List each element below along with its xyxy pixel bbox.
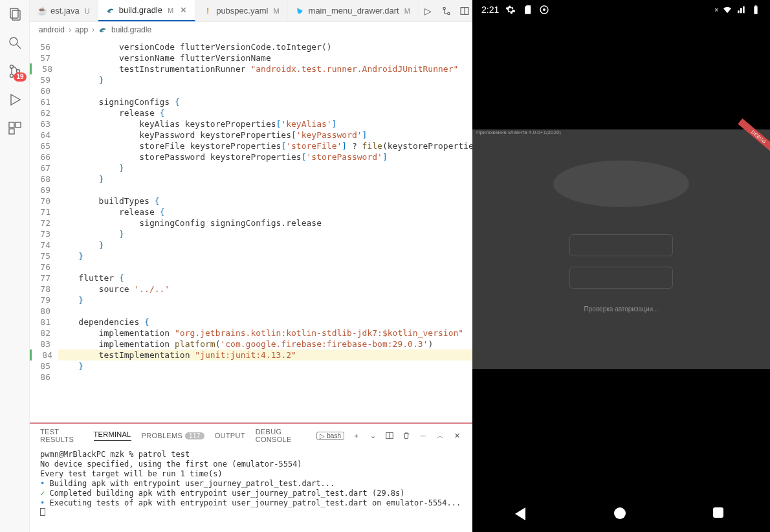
skeleton-input: [569, 267, 673, 289]
svg-rect-0: [10, 8, 18, 18]
svg-rect-10: [9, 129, 14, 134]
nav-back-button[interactable]: [515, 507, 529, 522]
svg-point-4: [10, 65, 13, 69]
tab-status: M: [273, 7, 279, 15]
tab-build-gradle[interactable]: build.gradleM✕: [98, 0, 195, 21]
sd-card-icon: [522, 5, 533, 15]
svg-rect-19: [754, 6, 757, 14]
line-gutter: 5657585960616263646566676869707172737475…: [30, 38, 58, 422]
nav-recent-button[interactable]: [713, 507, 727, 522]
svg-marker-7: [11, 94, 20, 105]
wifi-off-indicator: ×: [714, 6, 718, 14]
signal-icon: [736, 5, 747, 15]
tab-bar: ☕est.javaUbuild.gradleM✕!pubspec.yamlMma…: [30, 0, 472, 22]
java-icon: ☕: [38, 6, 47, 16]
wifi-icon: [722, 5, 732, 15]
emulator-app-title: Приложение клиента 4.0.0+1(2020): [476, 129, 561, 135]
tab-status: M: [404, 7, 410, 15]
compare-changes-icon[interactable]: [441, 5, 452, 17]
emulator-status-bar: 2:21 ×: [472, 0, 770, 19]
bottom-panel: TEST RESULTS TERMINAL PROBLEMS117 OUTPUT…: [30, 422, 472, 532]
tab-main_menu_drawer-dart[interactable]: main_menu_drawer.dartM: [288, 0, 419, 21]
scm-badge: 19: [14, 72, 26, 82]
close-icon[interactable]: ✕: [180, 5, 187, 15]
skeleton-input: [569, 234, 673, 256]
tab-status: M: [168, 6, 173, 14]
tab-problems[interactable]: PROBLEMS117: [142, 432, 204, 439]
close-panel-icon[interactable]: ✕: [452, 430, 462, 441]
extensions-icon[interactable]: [6, 119, 24, 137]
terminal-dropdown-icon[interactable]: ⌄: [368, 430, 378, 441]
code-editor[interactable]: 5657585960616263646566676869707172737475…: [30, 38, 472, 422]
tab-label: est.java: [50, 6, 80, 16]
chevron-right-icon: ›: [69, 25, 71, 34]
chevron-right-icon: ›: [92, 25, 94, 34]
tab-est-java[interactable]: ☕est.javaU: [30, 0, 98, 21]
tab-label: pubspec.yaml: [216, 6, 268, 16]
nav-home-button[interactable]: [614, 507, 628, 522]
tab-debug-console[interactable]: DEBUG CONSOLE: [256, 428, 307, 443]
tab-terminal[interactable]: TERMINAL: [94, 430, 131, 441]
dart-icon: [296, 6, 305, 16]
gradle-icon: [98, 25, 107, 34]
svg-rect-1: [12, 10, 20, 20]
emulator-app-surface: Приложение клиента 4.0.0+1(2020) DEBUG П…: [472, 129, 770, 369]
more-icon[interactable]: ···: [418, 430, 428, 441]
svg-line-3: [17, 45, 21, 49]
breadcrumb-segment[interactable]: app: [75, 25, 88, 34]
panel-tabs: TEST RESULTS TERMINAL PROBLEMS117 OUTPUT…: [30, 424, 472, 447]
clock: 2:21: [481, 5, 499, 15]
tab-pubspec-yaml[interactable]: !pubspec.yamlM: [195, 0, 287, 21]
code-content[interactable]: versionCode flutterVersionCode.toInteger…: [58, 38, 472, 422]
split-terminal-icon[interactable]: [384, 430, 395, 441]
svg-point-12: [448, 12, 450, 14]
breadcrumb-segment[interactable]: android: [39, 25, 65, 34]
source-control-icon[interactable]: 19: [6, 62, 24, 80]
svg-point-18: [543, 8, 545, 11]
tab-test-results[interactable]: TEST RESULTS: [40, 428, 83, 443]
terminal-shell-picker[interactable]: ▷ bash: [316, 432, 344, 440]
svg-point-5: [10, 74, 13, 78]
battery-icon: [751, 5, 761, 15]
editor-column: ☕est.javaUbuild.gradleM✕!pubspec.yamlMma…: [30, 0, 472, 532]
breadcrumb[interactable]: android › app › build.gradle: [30, 22, 472, 38]
emulator-screen[interactable]: Приложение клиента 4.0.0+1(2020) DEBUG П…: [472, 19, 770, 497]
terminal-output[interactable]: pwmn@MrBlackPC mzk % patrol test No devi…: [30, 447, 472, 532]
svg-rect-9: [16, 122, 21, 127]
tab-label: main_menu_drawer.dart: [309, 6, 399, 16]
kill-terminal-icon[interactable]: [401, 430, 412, 441]
tab-label: build.gradle: [119, 5, 162, 15]
svg-point-2: [10, 38, 17, 45]
svg-point-11: [443, 7, 445, 9]
run-icon[interactable]: ▷: [423, 5, 434, 17]
split-editor-icon[interactable]: [459, 5, 470, 17]
new-terminal-icon[interactable]: ＋: [351, 430, 361, 441]
svg-rect-20: [755, 5, 757, 6]
svg-rect-8: [9, 122, 14, 127]
yaml-icon: !: [203, 6, 212, 16]
emulator-nav-bar: [472, 497, 770, 532]
android-emulator: 2:21 × Приложение клиента 4.0.0+1(2020) …: [472, 0, 770, 532]
tab-status: U: [85, 7, 90, 15]
search-icon[interactable]: [6, 34, 24, 52]
skeleton-logo: [553, 161, 689, 207]
activity-bar: 19: [0, 0, 30, 532]
emulator-status-text: Проверка авторизации...: [584, 305, 659, 313]
app-circle-icon: [539, 5, 549, 15]
settings-gear-icon: [505, 5, 516, 15]
chevron-up-icon[interactable]: ︿: [435, 430, 445, 441]
explorer-icon[interactable]: [6, 5, 24, 23]
problems-count-badge: 117: [185, 432, 204, 439]
run-debug-icon[interactable]: [6, 91, 24, 109]
gradle-icon: [106, 6, 115, 15]
tab-output[interactable]: OUTPUT: [215, 432, 245, 439]
breadcrumb-segment[interactable]: build.gradle: [111, 25, 151, 34]
